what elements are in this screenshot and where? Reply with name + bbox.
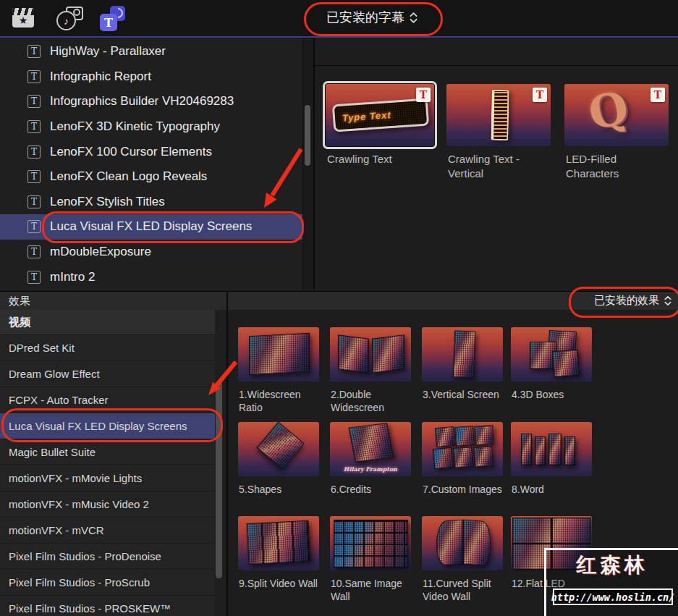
titles-list: HighWay - Parallaxer Infographic Report … <box>0 38 302 290</box>
effect-cell: 1.Widescreen Ratio <box>238 327 325 381</box>
title-thumb-cell: T Crawling Text - Vertical <box>446 84 551 146</box>
led-letter-art <box>548 434 562 465</box>
watermark-url: http://www.hoslin.cn/ <box>551 591 675 603</box>
led-letter-art <box>564 436 575 465</box>
effect-thumbnail-split-video-wall[interactable] <box>238 516 319 570</box>
effects-list-scrollbar-track <box>215 310 226 616</box>
effects-category-video-header[interactable]: 视频 <box>0 310 215 335</box>
effect-cell: 3.Vertical Screen <box>422 327 509 381</box>
title-type-icon <box>27 220 41 233</box>
effects-list-scrollbar[interactable] <box>216 381 222 578</box>
led-letter-art <box>535 436 546 465</box>
installed-titles-dropdown-label: 已安装的字幕 <box>326 9 404 26</box>
effect-cell: 4.3D Boxes <box>511 327 598 381</box>
titles-list-item-selected[interactable]: Luca Visual FX LED Display Screens <box>0 214 302 240</box>
title-badge-icon: T <box>416 88 431 102</box>
effects-list-item[interactable]: FCPX - Auto Tracker <box>0 387 215 413</box>
led-screen-art <box>256 422 304 470</box>
effects-category-list: 视频 DPred Set Kit Dream Glow Effect FCPX … <box>0 310 215 616</box>
effect-label: 6.Credits <box>331 484 416 497</box>
title-thumbnail-led-filled-characters[interactable]: Q T <box>564 84 669 146</box>
effects-header-title: 效果 <box>9 295 30 308</box>
effects-list-item[interactable]: Pixel Film Studios - ProDenoise <box>0 544 215 570</box>
effect-thumbnail-same-image-wall[interactable] <box>330 516 411 570</box>
led-ticker-art: Type Text <box>332 98 429 132</box>
watermark-brand: 红森林 <box>546 552 678 579</box>
led-character-art: Q <box>584 84 633 140</box>
effect-cell: 5.Shapes <box>238 422 325 476</box>
effect-thumbnail-curved-split-video-wall[interactable] <box>422 516 503 570</box>
effects-list-item[interactable]: motionVFX - mMusic Video 2 <box>0 491 215 518</box>
titles-list-item[interactable]: mIntro 2 <box>0 264 302 290</box>
title-type-icon <box>27 271 41 284</box>
effect-thumbnail-widescreen-ratio[interactable] <box>238 327 319 381</box>
titles-t-icon: T <box>100 14 117 31</box>
effect-cell: Hilary Frampton 6.Credits <box>330 422 417 476</box>
title-type-icon <box>27 45 41 58</box>
credits-caption: Hilary Frampton <box>330 465 411 473</box>
effect-label: 7.Custom Images <box>423 484 508 497</box>
effect-label: 9.Split Video Wall <box>239 578 329 591</box>
effect-cell: 10.Same Image Wall <box>330 516 417 570</box>
titles-list-item[interactable]: Infographic Report <box>0 64 302 90</box>
led-screen-art <box>338 334 369 373</box>
watermark-url-box: http://www.hoslin.cn/ <box>553 588 673 605</box>
led-screen-art <box>349 423 394 463</box>
titles-list-scrollbar[interactable] <box>305 105 310 166</box>
title-thumb-label: Crawling Text - Vertical <box>448 152 542 181</box>
effect-label: 4.3D Boxes <box>512 389 597 402</box>
effect-thumbnail-shapes[interactable] <box>238 422 319 476</box>
star-glyph: ★ <box>12 14 34 27</box>
led-screen-art <box>372 334 404 374</box>
effect-thumbnail-3d-boxes[interactable] <box>511 327 592 381</box>
watermark-box: 红森林 http://www.hoslin.cn/ <box>544 548 678 616</box>
titles-panel-header-strip <box>315 38 678 66</box>
effect-label: 8.Word <box>512 484 597 497</box>
effects-list-item[interactable]: motionVFX - mMovie Lights <box>0 465 215 491</box>
titles-list-item[interactable]: mDoubleExposure <box>0 240 302 265</box>
photos-audio-browser-icon[interactable]: ♪ <box>56 7 83 30</box>
titles-list-item[interactable]: LenoFX 3D Kinetic Typography <box>0 114 302 140</box>
effects-list-item[interactable]: Dream Glow Effect <box>0 361 215 387</box>
titles-list-item[interactable]: LenoFX Clean Logo Reveals <box>0 164 302 190</box>
title-thumbnail-crawling-text[interactable]: Type Text T <box>326 84 434 146</box>
installed-effects-dropdown[interactable]: 已安装的效果 <box>573 290 671 311</box>
titles-list-item[interactable]: LenoFX 100 Cursor Elements <box>0 139 302 164</box>
effects-browser-icon[interactable]: ★ <box>12 8 34 28</box>
installed-titles-dropdown[interactable]: 已安装的字幕 <box>307 4 437 31</box>
fcpx-browser-window: ★ ♪ T 已安装的字幕 HighWay - Parallaxer Infogr… <box>0 0 678 616</box>
titles-generators-browser-icon[interactable]: T <box>100 6 125 31</box>
titles-list-item[interactable]: HighWay - Parallaxer <box>0 39 302 64</box>
title-type-icon <box>27 170 41 183</box>
led-vertical-bar-art <box>491 90 509 140</box>
effects-list-item[interactable]: Magic Bullet Suite <box>0 439 215 465</box>
effect-label: 10.Same Image Wall <box>331 578 416 604</box>
effects-list-item-selected[interactable]: Luca Visual FX LED Display Screens <box>0 413 215 439</box>
effects-list-item[interactable]: motionVFX - mVCR <box>0 518 215 544</box>
effects-list-item[interactable]: Pixel Film Studios - PROSKEW™ <box>0 596 215 616</box>
effect-thumbnail-custom-images[interactable] <box>422 422 503 476</box>
effects-list-item[interactable]: DPred Set Kit <box>0 335 215 361</box>
led-screen-art <box>474 425 493 445</box>
browser-toolbar: ★ ♪ T 已安装的字幕 <box>0 0 678 36</box>
chevron-updown-icon <box>410 12 418 24</box>
led-screen-art <box>454 426 475 447</box>
title-badge-icon: T <box>533 88 547 102</box>
effect-cell: 9.Split Video Wall <box>238 516 325 570</box>
title-type-icon <box>27 95 41 108</box>
effect-thumbnail-word[interactable] <box>511 422 592 476</box>
effect-label: 5.Shapes <box>239 484 324 497</box>
titles-list-item[interactable]: LenoFX Stylish Titles <box>0 190 302 215</box>
titles-thumbnail-panel: Type Text T Crawling Text T Crawling Tex… <box>313 38 678 290</box>
installed-effects-dropdown-label: 已安装的效果 <box>594 294 659 308</box>
effect-thumbnail-credits[interactable]: Hilary Frampton <box>330 422 411 476</box>
title-thumb-label: Crawling Text <box>327 152 392 166</box>
led-screen-art <box>453 447 473 468</box>
effects-list-item[interactable]: Pixel Film Studios - ProScrub <box>0 570 215 596</box>
effect-thumbnail-double-widescreen[interactable] <box>330 327 411 381</box>
titles-list-item[interactable]: Infographics Builder VH20469283 <box>0 89 302 114</box>
title-thumbnail-crawling-text-vertical[interactable]: T <box>446 84 551 146</box>
effect-thumbnail-vertical-screen[interactable] <box>422 327 503 381</box>
title-type-icon <box>27 120 41 133</box>
led-screen-art <box>334 520 408 568</box>
